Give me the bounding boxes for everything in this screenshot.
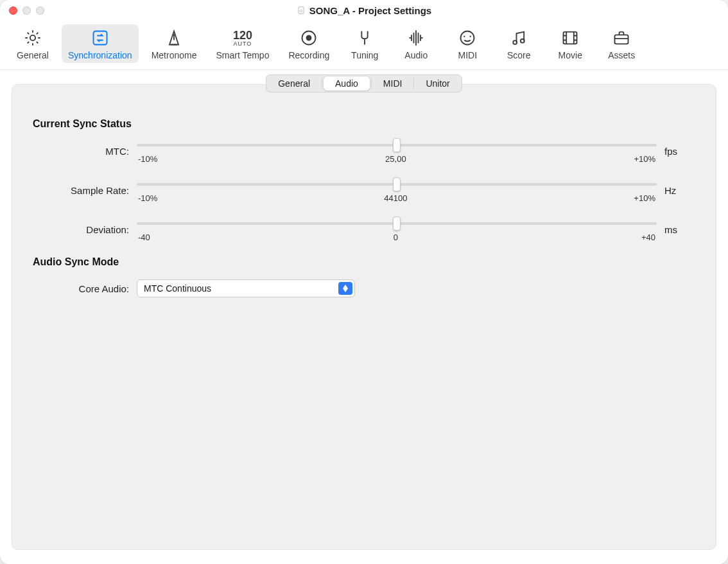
toolbar-item-score[interactable]: Score bbox=[496, 24, 541, 63]
settings-panel: General Audio MIDI Unitor Current Sync S… bbox=[12, 84, 716, 550]
svg-point-5 bbox=[307, 36, 311, 40]
tuning-fork-icon bbox=[355, 28, 374, 48]
slider-unit: ms bbox=[664, 224, 695, 235]
toolbar-item-label: Audio bbox=[404, 50, 428, 60]
slider-row-sample-rate: Sample Rate: -10% 44100 +10% Hz bbox=[28, 178, 700, 203]
slider-ticks: -10% 44100 +10% bbox=[137, 193, 657, 203]
briefcase-icon bbox=[612, 28, 631, 48]
tab-midi[interactable]: MIDI bbox=[372, 75, 414, 92]
tab-general[interactable]: General bbox=[266, 75, 322, 92]
toolbar-item-midi[interactable]: MIDI bbox=[445, 24, 490, 63]
toolbar-item-label: Recording bbox=[288, 50, 329, 60]
document-icon bbox=[297, 6, 306, 15]
svg-rect-12 bbox=[615, 35, 628, 44]
section-title-sync-status: Current Sync Status bbox=[33, 118, 700, 130]
slider-unit: Hz bbox=[664, 185, 695, 196]
svg-point-2 bbox=[30, 35, 35, 40]
svg-point-10 bbox=[521, 39, 524, 43]
deviation-slider[interactable] bbox=[137, 217, 657, 230]
toolbar-item-label: Tuning bbox=[351, 50, 378, 60]
tick-center: 25,00 bbox=[385, 154, 406, 164]
toolbar-item-label: MIDI bbox=[458, 50, 477, 60]
toolbar: General Synchronization Metronome 120 AU… bbox=[0, 21, 728, 70]
toolbar-item-label: Movie bbox=[559, 50, 582, 60]
svg-point-8 bbox=[470, 36, 471, 37]
tab-audio[interactable]: Audio bbox=[324, 76, 370, 91]
slider-unit: fps bbox=[664, 146, 695, 157]
toolbar-item-label: General bbox=[17, 50, 49, 60]
body: General Audio MIDI Unitor Current Sync S… bbox=[0, 70, 728, 564]
window-title: SONG_A - Project Settings bbox=[0, 5, 728, 16]
smart-tempo-icon: 120 AUTO bbox=[233, 28, 252, 48]
tick-right: +10% bbox=[634, 193, 655, 203]
toolbar-item-label: Metronome bbox=[152, 50, 197, 60]
svg-rect-11 bbox=[564, 32, 577, 44]
slider-label: MTC: bbox=[33, 146, 129, 157]
segmented-control: General Audio MIDI Unitor bbox=[266, 75, 462, 93]
toolbar-item-movie[interactable]: Movie bbox=[548, 24, 593, 63]
tick-left: -10% bbox=[138, 154, 157, 164]
toolbar-item-label: Score bbox=[507, 50, 531, 60]
music-notes-icon bbox=[509, 28, 528, 48]
mtc-slider[interactable] bbox=[137, 139, 657, 152]
section-title-audio-sync-mode: Audio Sync Mode bbox=[33, 256, 700, 268]
chevron-updown-icon bbox=[338, 282, 352, 295]
toolbar-item-label: Smart Tempo bbox=[216, 50, 269, 60]
toolbar-item-recording[interactable]: Recording bbox=[282, 24, 336, 63]
svg-rect-3 bbox=[93, 31, 107, 45]
divider bbox=[322, 78, 322, 89]
toolbar-item-tuning[interactable]: Tuning bbox=[342, 24, 387, 63]
slider-row-mtc: MTC: -10% 25,00 +10% fps bbox=[28, 139, 700, 164]
slider-ticks: -10% 25,00 +10% bbox=[137, 154, 657, 164]
window-title-text: SONG_A - Project Settings bbox=[309, 5, 431, 16]
record-icon bbox=[299, 28, 318, 48]
tick-right: +40 bbox=[641, 233, 655, 242]
tick-left: -10% bbox=[138, 193, 157, 203]
slider-ticks: -40 0 +40 bbox=[137, 233, 657, 242]
project-settings-window: SONG_A - Project Settings General Synchr… bbox=[0, 0, 728, 564]
toolbar-item-synchronization[interactable]: Synchronization bbox=[62, 24, 139, 63]
svg-point-6 bbox=[461, 31, 474, 45]
toolbar-item-label: Synchronization bbox=[68, 50, 132, 60]
slider-thumb[interactable] bbox=[393, 177, 401, 191]
sub-tab-bar: General Audio MIDI Unitor bbox=[28, 75, 700, 93]
svg-rect-0 bbox=[299, 7, 304, 14]
sync-icon bbox=[91, 28, 110, 48]
gear-icon bbox=[23, 28, 42, 48]
smart-tempo-mode: AUTO bbox=[233, 41, 252, 47]
svg-point-7 bbox=[464, 36, 465, 37]
toolbar-item-general[interactable]: General bbox=[10, 24, 55, 63]
film-icon bbox=[560, 28, 580, 48]
core-audio-row: Core Audio: MTC Continuous bbox=[28, 279, 700, 297]
core-audio-dropdown[interactable]: MTC Continuous bbox=[137, 279, 355, 297]
svg-point-9 bbox=[514, 40, 517, 44]
toolbar-item-assets[interactable]: Assets bbox=[599, 24, 644, 63]
tick-center: 44100 bbox=[384, 193, 407, 203]
slider-thumb[interactable] bbox=[393, 216, 401, 231]
slider-label: Deviation: bbox=[33, 224, 129, 235]
toolbar-item-label: Assets bbox=[608, 50, 635, 60]
tick-center: 0 bbox=[394, 233, 398, 242]
toolbar-item-smart-tempo[interactable]: 120 AUTO Smart Tempo bbox=[209, 24, 275, 63]
metronome-icon bbox=[164, 28, 184, 48]
toolbar-item-metronome[interactable]: Metronome bbox=[145, 24, 204, 63]
slider-row-deviation: Deviation: -40 0 +40 ms bbox=[28, 217, 700, 242]
slider-thumb[interactable] bbox=[393, 138, 401, 152]
titlebar: SONG_A - Project Settings bbox=[0, 0, 728, 21]
tick-left: -40 bbox=[138, 233, 150, 242]
dropdown-value: MTC Continuous bbox=[144, 283, 211, 294]
core-audio-label: Core Audio: bbox=[33, 283, 129, 294]
waveform-icon bbox=[406, 28, 426, 48]
tick-right: +10% bbox=[634, 154, 655, 164]
midi-icon bbox=[458, 28, 477, 48]
smart-tempo-value: 120 bbox=[233, 30, 252, 41]
toolbar-item-audio[interactable]: Audio bbox=[394, 24, 438, 63]
slider-label: Sample Rate: bbox=[33, 185, 129, 196]
sample-rate-slider[interactable] bbox=[137, 178, 657, 191]
svg-point-1 bbox=[300, 10, 302, 12]
tab-unitor[interactable]: Unitor bbox=[414, 75, 461, 92]
